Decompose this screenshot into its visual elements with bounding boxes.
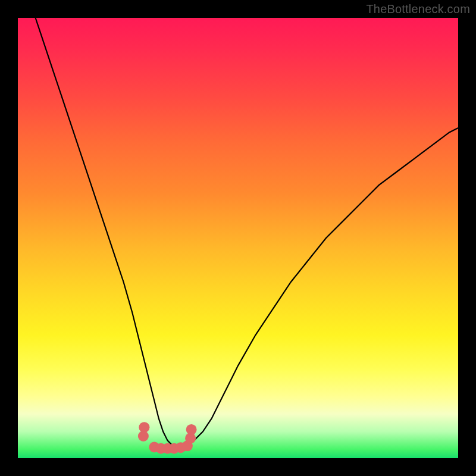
chart-svg bbox=[18, 18, 458, 458]
highlight-markers bbox=[138, 422, 197, 454]
attribution-watermark: TheBottleneck.com bbox=[366, 2, 470, 16]
bottleneck-curve bbox=[36, 18, 458, 445]
chart-plot-area bbox=[18, 18, 458, 458]
marker-dot bbox=[139, 422, 149, 433]
marker-dot bbox=[186, 424, 197, 435]
chart-frame: TheBottleneck.com bbox=[0, 0, 476, 476]
